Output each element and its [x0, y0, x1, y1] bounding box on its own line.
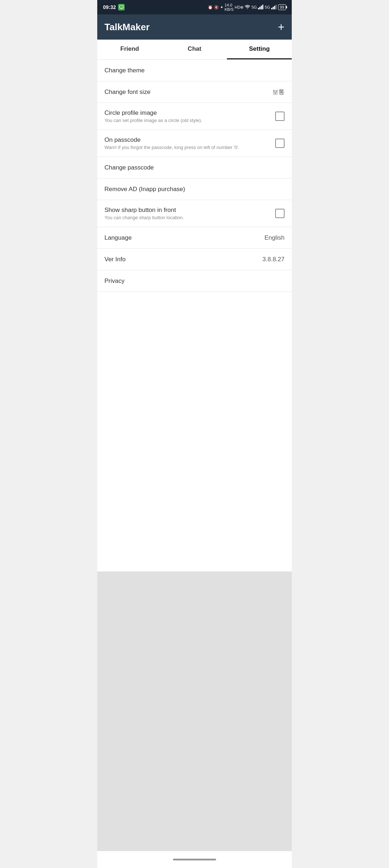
tab-bar: Friend Chat Setting	[97, 40, 292, 60]
settings-item-left-change-passcode: Change passcode	[104, 164, 285, 171]
svg-rect-4	[262, 5, 263, 9]
svg-rect-1	[258, 8, 259, 9]
settings-title-on-passcode: On passcode	[104, 136, 275, 144]
settings-value-change-font-size: 보통	[272, 88, 285, 96]
app-title: TalkMaker	[104, 22, 149, 33]
status-left: 09:32	[103, 4, 125, 10]
settings-item-show-sharp-button[interactable]: Show sharp button in frontYou can change…	[97, 200, 292, 227]
settings-item-left-on-passcode: On passcodeWarn! if you forgot the passc…	[104, 136, 275, 150]
signal-5g-2: 5G	[265, 5, 270, 9]
nav-bar	[97, 851, 292, 868]
svg-rect-6	[273, 7, 274, 9]
settings-value-ver-info: 3.8.8.27	[263, 256, 285, 263]
chat-notification-icon	[118, 4, 125, 10]
checkbox-show-sharp-button[interactable]	[275, 209, 285, 218]
tab-friend[interactable]: Friend	[97, 40, 162, 59]
battery-icon: 99	[278, 4, 286, 10]
settings-item-circle-profile-image[interactable]: Circle profile imageYou can set profile …	[97, 103, 292, 130]
wifi-icon	[245, 4, 250, 10]
settings-title-show-sharp-button: Show sharp button in front	[104, 207, 275, 214]
settings-title-change-font-size: Change font size	[104, 89, 268, 96]
settings-list: Change themeChange font size보통Circle pro…	[97, 60, 292, 571]
settings-item-change-passcode[interactable]: Change passcode	[97, 157, 292, 178]
checkbox-on-passcode[interactable]	[275, 139, 285, 148]
svg-rect-2	[259, 7, 260, 9]
svg-rect-5	[271, 8, 272, 9]
svg-rect-7	[274, 6, 275, 9]
add-button[interactable]: +	[278, 21, 285, 33]
svg-rect-3	[261, 6, 262, 9]
settings-subtitle-circle-profile-image: You can set profile image as a circle (o…	[104, 118, 275, 123]
settings-title-language: Language	[104, 234, 260, 241]
settings-item-left-ver-info: Ver Info	[104, 256, 258, 263]
signal-5g-1: 5G	[251, 5, 257, 9]
status-bar: 09:32 ⏰ 🔇 ✦ 14.0KB/S HD⊕ 5G	[97, 0, 292, 14]
settings-subtitle-show-sharp-button: You can change sharp button location.	[104, 215, 275, 220]
settings-item-left-remove-ad: Remove AD (Inapp purchase)	[104, 186, 285, 193]
network-speed: 14.0KB/S	[224, 3, 233, 12]
settings-title-privacy: Privacy	[104, 277, 285, 285]
tab-setting[interactable]: Setting	[227, 40, 292, 59]
settings-item-privacy[interactable]: Privacy	[97, 270, 292, 292]
settings-item-left-language: Language	[104, 234, 260, 241]
mute-icon: 🔇	[214, 5, 219, 10]
settings-title-change-passcode: Change passcode	[104, 164, 285, 171]
settings-subtitle-on-passcode: Warn! if you forgot the passcode, long p…	[104, 145, 275, 150]
settings-item-change-font-size[interactable]: Change font size보통	[97, 81, 292, 103]
settings-item-language[interactable]: LanguageEnglish	[97, 227, 292, 249]
hd-icon: HD⊕	[234, 5, 243, 10]
settings-item-on-passcode[interactable]: On passcodeWarn! if you forgot the passc…	[97, 130, 292, 157]
settings-value-language: English	[264, 234, 285, 241]
settings-title-change-theme: Change theme	[104, 67, 285, 74]
settings-item-left-change-font-size: Change font size	[104, 89, 268, 96]
signal-bars-2	[271, 4, 277, 10]
settings-item-left-change-theme: Change theme	[104, 67, 285, 74]
bottom-area	[97, 571, 292, 851]
status-icons: ⏰ 🔇 ✦ 14.0KB/S HD⊕ 5G 5G	[208, 3, 286, 12]
settings-item-left-show-sharp-button: Show sharp button in frontYou can change…	[104, 207, 275, 220]
checkbox-circle-profile-image[interactable]	[275, 112, 285, 121]
bluetooth-icon: ✦	[220, 5, 223, 10]
settings-title-remove-ad: Remove AD (Inapp purchase)	[104, 186, 285, 193]
app-header: TalkMaker +	[97, 14, 292, 40]
svg-rect-8	[276, 5, 277, 9]
nav-handle	[173, 859, 216, 860]
settings-item-left-circle-profile-image: Circle profile imageYou can set profile …	[104, 109, 275, 123]
settings-item-change-theme[interactable]: Change theme	[97, 60, 292, 81]
svg-rect-0	[120, 5, 123, 8]
tab-chat[interactable]: Chat	[162, 40, 227, 59]
settings-item-ver-info[interactable]: Ver Info3.8.8.27	[97, 249, 292, 270]
alarm-icon: ⏰	[208, 5, 213, 10]
settings-item-left-privacy: Privacy	[104, 277, 285, 285]
status-time: 09:32	[103, 4, 116, 10]
settings-title-ver-info: Ver Info	[104, 256, 258, 263]
settings-item-remove-ad[interactable]: Remove AD (Inapp purchase)	[97, 178, 292, 200]
signal-bars	[258, 4, 264, 10]
settings-title-circle-profile-image: Circle profile image	[104, 109, 275, 117]
